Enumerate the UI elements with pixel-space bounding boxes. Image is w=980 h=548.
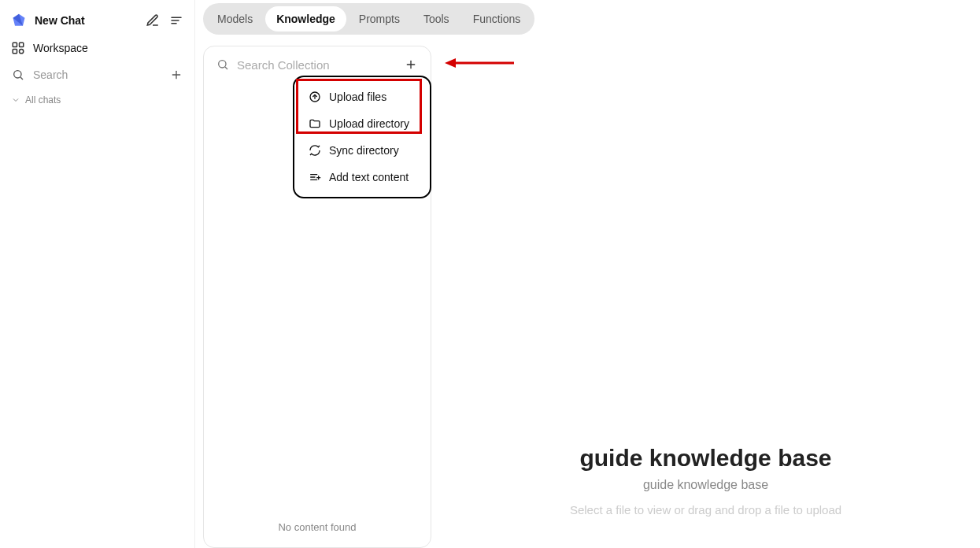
sidebar-search-placeholder: Search bbox=[33, 68, 68, 81]
new-chat-label: New Chat bbox=[35, 14, 85, 27]
svg-point-13 bbox=[219, 61, 226, 68]
menu-sync-directory[interactable]: Sync directory bbox=[294, 137, 430, 164]
menu-upload-directory[interactable]: Upload directory bbox=[294, 110, 430, 137]
svg-line-10 bbox=[20, 77, 23, 80]
no-content-text: No content found bbox=[204, 521, 431, 533]
all-chats-row[interactable]: All chats bbox=[0, 88, 194, 112]
tab-prompts[interactable]: Prompts bbox=[348, 6, 411, 31]
search-icon bbox=[11, 68, 25, 82]
tabs-bar: Models Knowledge Prompts Tools Functions bbox=[195, 0, 980, 38]
svg-rect-6 bbox=[20, 43, 24, 46]
add-dropdown-menu: Upload files Upload directory Sync direc… bbox=[293, 76, 431, 198]
workspace-icon bbox=[11, 41, 25, 55]
menu-add-text-label: Add text content bbox=[329, 171, 409, 183]
collection-search-input[interactable] bbox=[237, 58, 396, 72]
menu-sync-directory-label: Sync directory bbox=[329, 144, 399, 157]
kb-title: guide knowledge base bbox=[579, 445, 831, 472]
kb-hint: Select a file to view or drag and drop a… bbox=[570, 503, 841, 517]
svg-point-9 bbox=[14, 71, 21, 78]
tab-knowledge[interactable]: Knowledge bbox=[265, 6, 346, 31]
menu-add-text[interactable]: Add text content bbox=[294, 164, 430, 191]
sidebar-plus-icon[interactable] bbox=[169, 68, 183, 82]
menu-upload-files-label: Upload files bbox=[329, 91, 386, 103]
svg-line-14 bbox=[225, 67, 227, 69]
text-icon bbox=[309, 171, 321, 183]
folder-icon bbox=[309, 117, 321, 130]
collection-plus-icon[interactable] bbox=[404, 57, 418, 72]
menu-icon[interactable] bbox=[169, 13, 183, 28]
compose-icon[interactable] bbox=[146, 13, 160, 28]
svg-rect-7 bbox=[13, 50, 17, 54]
sidebar-search-row[interactable]: Search bbox=[0, 61, 194, 88]
all-chats-label: All chats bbox=[25, 94, 61, 106]
search-icon bbox=[216, 58, 229, 71]
upload-icon bbox=[309, 91, 321, 103]
workspace-label: Workspace bbox=[33, 42, 88, 54]
menu-upload-files[interactable]: Upload files bbox=[294, 83, 430, 110]
brand-icon bbox=[11, 13, 27, 28]
sync-icon bbox=[309, 144, 321, 157]
detail-panel: guide knowledge base guide knowledge bas… bbox=[431, 46, 980, 548]
tab-tools[interactable]: Tools bbox=[412, 6, 460, 31]
menu-upload-directory-label: Upload directory bbox=[329, 117, 409, 130]
chevron-down-icon bbox=[11, 95, 20, 105]
tab-models[interactable]: Models bbox=[206, 6, 264, 31]
new-chat-row[interactable]: New Chat bbox=[0, 6, 194, 35]
tabs-pill: Models Knowledge Prompts Tools Functions bbox=[203, 3, 534, 35]
sidebar: New Chat Workspace Search bbox=[0, 0, 195, 548]
svg-rect-5 bbox=[13, 43, 17, 46]
kb-subtitle: guide knowledge base bbox=[643, 478, 768, 492]
tab-functions[interactable]: Functions bbox=[462, 6, 532, 31]
workspace-row[interactable]: Workspace bbox=[0, 35, 194, 61]
svg-point-8 bbox=[20, 50, 24, 54]
